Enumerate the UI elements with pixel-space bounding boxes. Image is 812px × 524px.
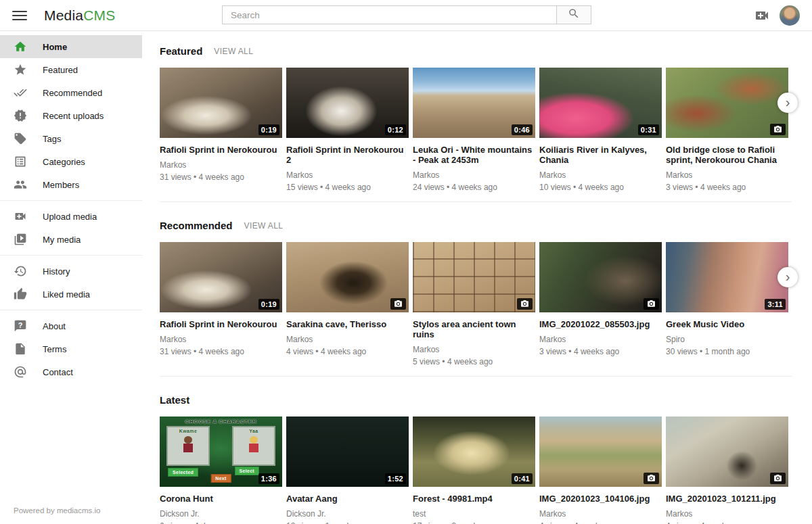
sidebar-item-recent-uploads[interactable]: Recent uploads [0,104,142,127]
media-card[interactable]: Stylos area ancient town ruinsMarkos5 vi… [413,242,535,366]
upload-media-icon[interactable] [754,7,770,24]
sidebar-item-label: History [43,266,70,277]
media-author[interactable]: Markos [666,509,788,519]
sidebar-item-tags[interactable]: Tags [0,127,142,150]
media-card[interactable]: Sarakina cave, TherissoMarkos4 views • 4… [286,242,409,366]
sidebar-item-about[interactable]: ?About [0,314,142,337]
media-title[interactable]: Forest - 49981.mp4 [413,494,535,504]
media-author[interactable]: Markos [286,335,409,344]
user-avatar[interactable] [780,5,800,26]
media-card[interactable]: 0:31Koiliaris River in Kalyves, ChaniaMa… [539,68,662,192]
view-all-link[interactable]: VIEW ALL [214,47,253,56]
media-title[interactable]: IMG_20201023_104106.jpg [539,494,662,504]
media-thumbnail[interactable]: 0:46 [413,68,535,138]
sidebar-item-categories[interactable]: Categories [0,150,142,173]
carousel-next-button[interactable]: › [777,93,798,113]
duration-badge: 0:19 [258,299,279,310]
media-thumbnail[interactable] [539,242,662,312]
sidebar-item-featured[interactable]: Featured [0,58,142,81]
media-thumbnail[interactable] [539,416,662,487]
media-meta: 5 views • 4 weeks ago [413,357,535,366]
media-thumbnail[interactable] [413,242,535,312]
media-thumbnail[interactable]: 0:19 [160,242,282,312]
media-card[interactable]: 0:19Rafioli Sprint in NerokourouMarkos31… [160,68,282,192]
media-thumbnail[interactable]: 0:19 [160,68,282,138]
media-author[interactable]: Markos [160,335,282,344]
sidebar-item-label: Tags [43,134,61,144]
media-title[interactable]: Corona Hunt [160,494,282,504]
media-author[interactable]: Spiro [666,335,788,344]
media-thumbnail[interactable]: 0:41 [413,416,535,487]
media-author[interactable]: Dickson Jr. [160,509,282,519]
media-author[interactable]: Markos [539,170,662,180]
media-card[interactable]: 0:12Rafioli Sprint in Nerokourou 2Markos… [286,68,409,192]
media-title[interactable]: Rafioli Sprint in Nerokourou [160,145,282,155]
media-author[interactable]: Markos [666,170,788,180]
media-thumbnail[interactable]: 1:52 [286,416,409,487]
selected-button: Selected [168,468,198,477]
view-all-link[interactable]: VIEW ALL [244,221,284,231]
logo[interactable]: MediaCMS [44,7,115,24]
media-title[interactable]: Sarakina cave, Therisso [286,319,409,329]
document-icon [14,342,27,356]
media-title[interactable]: Stylos area ancient town ruins [413,319,535,339]
media-thumbnail[interactable]: 3:11 [666,242,788,312]
latest-cards-row: CHOOSE A CHARACTERKwameYaaSelectedSelect… [160,416,788,524]
sidebar-item-liked-media[interactable]: Liked media [0,283,142,306]
media-title[interactable]: Old bridge close to Rafioli sprint, Nero… [666,145,788,165]
sidebar-item-home[interactable]: Home [0,35,142,58]
sidebar-item-my-media[interactable]: My media [0,228,142,251]
media-card[interactable]: 3:11Greek Music VideoSpiro30 views • 1 m… [666,242,788,366]
media-thumbnail[interactable] [666,68,788,138]
media-author[interactable]: Markos [413,170,535,180]
sidebar-item-label: Recommended [43,88,102,98]
media-card[interactable]: 0:19Rafioli Sprint in NerokourouMarkos31… [160,242,282,366]
media-card[interactable]: 0:46Leuka Ori - White mountains - Peak a… [413,68,535,192]
media-card[interactable]: IMG_20201023_104106.jpgMarkos4 views • 4… [539,416,662,524]
media-thumbnail[interactable] [666,416,788,487]
media-thumbnail[interactable]: CHOOSE A CHARACTERKwameYaaSelectedSelect… [160,416,282,487]
media-title[interactable]: Greek Music Video [666,319,788,329]
media-meta: 4 views • 4 weeks ago [666,521,788,524]
media-title[interactable]: Rafioli Sprint in Nerokourou [160,319,282,329]
carousel-next-button[interactable]: › [777,267,798,287]
media-card[interactable]: IMG_20201022_085503.jpgMarkos3 views • 4… [539,242,662,366]
sidebar-item-history[interactable]: History [0,260,142,283]
media-title[interactable]: Koiliaris River in Kalyves, Chania [539,145,662,165]
media-meta: 4 views • 4 weeks ago [539,521,662,524]
media-title[interactable]: Avatar Aang [286,494,409,504]
media-author[interactable]: Markos [286,170,409,180]
media-thumbnail[interactable] [286,242,409,312]
media-title[interactable]: IMG_20201023_101211.jpg [666,494,788,504]
media-card[interactable]: IMG_20201023_101211.jpgMarkos4 views • 4… [666,416,788,524]
media-title[interactable]: IMG_20201022_085503.jpg [539,319,662,329]
media-author[interactable]: Dickson Jr. [286,509,409,519]
sidebar-item-label: Recent uploads [43,111,104,121]
media-thumbnail[interactable]: 0:31 [539,68,662,138]
sidebar-item-terms[interactable]: Terms [0,337,142,360]
media-author[interactable]: Markos [539,335,662,344]
media-author[interactable]: Markos [539,509,662,519]
media-card[interactable]: 0:41Forest - 49981.mp4test17 views • 3 w… [413,416,535,524]
search-input[interactable] [222,5,557,24]
media-card[interactable]: CHOOSE A CHARACTERKwameYaaSelectedSelect… [160,416,282,524]
media-author[interactable]: test [413,509,535,519]
hamburger-menu-icon[interactable] [12,11,27,20]
sidebar-item-label: Contact [43,367,73,377]
search-button[interactable] [556,5,591,24]
media-author[interactable]: Markos [413,345,535,354]
people-icon [14,178,27,191]
media-title[interactable]: Leuka Ori - White mountains - Peak at 24… [413,145,535,165]
media-card[interactable]: Old bridge close to Rafioli sprint, Nero… [666,68,788,192]
media-author[interactable]: Markos [160,160,282,170]
section-divider [160,201,792,202]
media-title[interactable]: Rafioli Sprint in Nerokourou 2 [286,145,409,165]
media-card[interactable]: 1:52Avatar AangDickson Jr.12 views • 1 w… [286,416,409,524]
sidebar-item-members[interactable]: Members [0,173,142,196]
media-thumbnail[interactable]: 0:12 [286,68,409,138]
sidebar-item-recommended[interactable]: Recommended [0,81,142,104]
media-meta: 3 views • 4 weeks ago [539,347,662,356]
sidebar-item-contact[interactable]: Contact [0,360,142,383]
sidebar-item-upload-media[interactable]: Upload media [0,205,142,228]
sidebar-item-label: Featured [43,65,78,75]
